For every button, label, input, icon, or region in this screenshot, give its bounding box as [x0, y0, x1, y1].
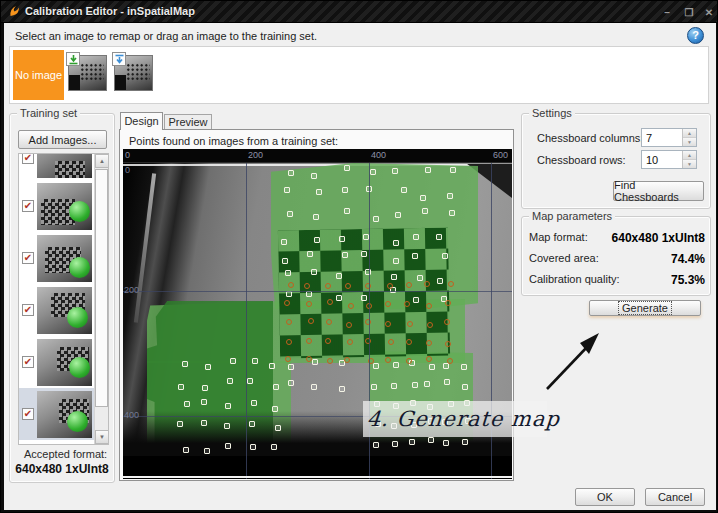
- point-marker-white: [444, 379, 450, 385]
- chessboard-patch: [55, 161, 85, 178]
- item-checkbox[interactable]: ✔: [22, 153, 34, 164]
- no-image-box[interactable]: No image: [13, 50, 64, 100]
- point-marker-orange: [286, 319, 292, 325]
- point-marker-white: [271, 444, 277, 450]
- close-icon[interactable]: ✕: [701, 7, 717, 19]
- help-icon[interactable]: ?: [687, 27, 704, 44]
- point-marker-white: [436, 234, 442, 240]
- list-item[interactable]: ✔: [19, 153, 95, 180]
- point-marker-white: [204, 448, 210, 454]
- find-chessboards-button[interactable]: Find Chessboards: [613, 181, 704, 201]
- point-marker-white: [437, 278, 443, 284]
- spin-up-icon[interactable]: ▲: [683, 151, 696, 160]
- chessboard-rows-input[interactable]: [642, 151, 682, 168]
- point-marker-orange: [445, 300, 451, 306]
- point-marker-white: [361, 295, 367, 301]
- point-marker-white: [227, 378, 233, 384]
- chessboard-rows-stepper[interactable]: ▲▼: [641, 150, 697, 169]
- item-checkbox[interactable]: ✔: [22, 200, 34, 212]
- calibration-quality-value: 75.3%: [671, 273, 705, 287]
- scroll-down-icon[interactable]: ▼: [95, 430, 109, 444]
- tab-design[interactable]: Design: [120, 112, 163, 130]
- item-thumbnail: [37, 235, 92, 282]
- minimize-icon[interactable]: –: [659, 7, 675, 19]
- point-marker-white: [339, 236, 345, 242]
- point-marker-white: [306, 291, 312, 297]
- point-marker-white: [225, 403, 231, 409]
- point-marker-white: [311, 384, 317, 390]
- image-bottom-edge: [123, 476, 512, 478]
- maximize-icon[interactable]: ❐: [681, 7, 697, 19]
- point-marker-white: [401, 187, 407, 193]
- scrollbar-thumb[interactable]: [95, 169, 108, 407]
- point-marker-white: [449, 210, 455, 216]
- point-marker-white: [336, 273, 342, 279]
- item-checkbox[interactable]: ✔: [22, 304, 34, 316]
- calibration-quality-label: Calibration quality:: [529, 273, 620, 287]
- remap-thumbnail-export[interactable]: [114, 55, 153, 91]
- point-marker-white: [288, 364, 294, 370]
- point-marker-orange: [306, 301, 312, 307]
- green-marker-ball: [69, 257, 90, 278]
- point-marker-white: [182, 361, 188, 367]
- generate-button[interactable]: Generate: [589, 300, 701, 316]
- annotation-arrow: [539, 327, 611, 397]
- list-item[interactable]: ✔: [19, 284, 95, 336]
- point-marker-white: [420, 195, 426, 201]
- point-marker-white: [344, 165, 350, 171]
- map-format-value: 640x480 1xUInt8: [612, 231, 705, 245]
- chessboard-columns-input[interactable]: [642, 129, 682, 146]
- calibration-editor-window: Calibration Editor - inSpatialMap – ❐ ✕ …: [0, 0, 718, 513]
- chessboard-columns-stepper[interactable]: ▲▼: [641, 128, 697, 147]
- point-marker-white: [392, 168, 398, 174]
- point-marker-orange: [306, 356, 312, 362]
- scroll-up-icon[interactable]: ▲: [95, 154, 109, 168]
- point-marker-white: [392, 441, 398, 447]
- green-marker-ball: [69, 357, 90, 378]
- point-marker-orange: [424, 281, 430, 287]
- export-image-icon: [112, 52, 126, 66]
- spin-down-icon[interactable]: ▼: [683, 160, 696, 168]
- point-marker-white: [247, 378, 253, 384]
- point-marker-white: [275, 425, 281, 431]
- point-marker-orange: [288, 282, 294, 288]
- point-marker-white: [184, 401, 190, 407]
- accepted-format-value: 640x480 1xUInt8: [9, 462, 115, 476]
- green-marker-ball: [68, 153, 89, 154]
- title-bar[interactable]: Calibration Editor - inSpatialMap – ❐ ✕: [1, 1, 718, 23]
- points-caption: Points found on images from a training s…: [129, 135, 338, 147]
- point-marker-white: [447, 193, 453, 199]
- spin-up-icon[interactable]: ▲: [683, 129, 696, 138]
- training-image-list[interactable]: ✔ ✔ ✔ ✔ ✔ ✔ ▲: [18, 153, 109, 445]
- map-format-row: Map format: 640x480 1xUInt8: [529, 231, 705, 245]
- add-images-button[interactable]: Add Images...: [18, 130, 107, 149]
- green-marker-ball: [67, 411, 88, 432]
- covered-area-row: Covered area: 74.4%: [529, 252, 705, 266]
- list-item[interactable]: ✔: [19, 232, 95, 284]
- instruction-text: Select an image to remap or drag an imag…: [15, 30, 317, 42]
- list-item-selected[interactable]: ✔: [19, 388, 95, 440]
- point-marker-orange: [385, 321, 391, 327]
- ruler-tick: 0: [125, 165, 130, 175]
- point-marker-white: [461, 364, 467, 370]
- item-checkbox[interactable]: ✔: [22, 252, 34, 264]
- point-marker-white: [425, 167, 431, 173]
- point-marker-white: [393, 362, 399, 368]
- point-marker-white: [183, 447, 189, 453]
- spin-down-icon[interactable]: ▼: [683, 138, 696, 146]
- list-item[interactable]: ✔: [19, 336, 95, 388]
- ruler-tick: 0: [125, 150, 130, 160]
- point-marker-white: [393, 240, 399, 246]
- ok-button[interactable]: OK: [575, 488, 635, 506]
- item-checkbox[interactable]: ✔: [22, 408, 34, 420]
- cancel-button[interactable]: Cancel: [645, 488, 705, 506]
- remap-thumbnail-import[interactable]: [68, 55, 107, 91]
- item-checkbox[interactable]: ✔: [22, 356, 34, 368]
- list-scrollbar[interactable]: ▲ ▼: [94, 154, 108, 444]
- item-thumbnail: [37, 287, 92, 334]
- chessboard-columns-label: Chessboard columns:: [537, 132, 643, 144]
- generate-label: Generate: [619, 302, 671, 314]
- tab-preview[interactable]: Preview: [164, 114, 212, 130]
- point-marker-white: [428, 437, 434, 443]
- list-item[interactable]: ✔: [19, 180, 95, 232]
